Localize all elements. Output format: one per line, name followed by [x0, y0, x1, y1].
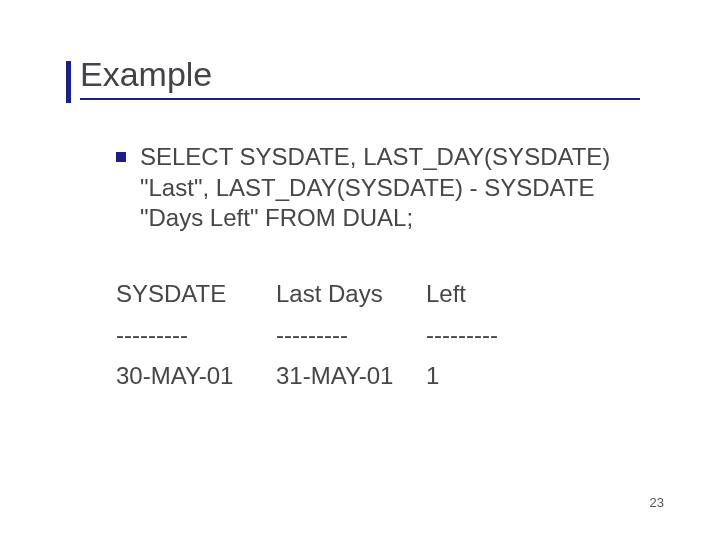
result-data-cell: 31-MAY-01 — [276, 356, 426, 397]
sql-statement: SELECT SYSDATE, LAST_DAY(SYSDATE) "Last"… — [140, 142, 610, 234]
result-header-cell: Last Days — [276, 274, 426, 315]
slide: Example SELECT SYSDATE, LAST_DAY(SYSDATE… — [0, 0, 720, 397]
sql-line: "Days Left" FROM DUAL; — [140, 203, 610, 234]
slide-title: Example — [80, 55, 640, 100]
result-separator-cell: --------- — [276, 315, 426, 356]
result-header-row: SYSDATE Last Days Left — [116, 274, 640, 315]
page-number: 23 — [650, 495, 664, 510]
bullet-item: SELECT SYSDATE, LAST_DAY(SYSDATE) "Last"… — [116, 142, 640, 234]
result-separator-cell: --------- — [426, 315, 556, 356]
result-header-cell: SYSDATE — [116, 274, 276, 315]
square-bullet-icon — [116, 152, 126, 162]
title-accent-bar — [66, 61, 71, 103]
result-separator-cell: --------- — [116, 315, 276, 356]
result-data-row: 30-MAY-01 31-MAY-01 1 — [116, 356, 640, 397]
title-block: Example — [80, 55, 640, 100]
result-data-cell: 30-MAY-01 — [116, 356, 276, 397]
result-data-cell: 1 — [426, 356, 556, 397]
sql-line: SELECT SYSDATE, LAST_DAY(SYSDATE) — [140, 142, 610, 173]
slide-body: SELECT SYSDATE, LAST_DAY(SYSDATE) "Last"… — [80, 142, 640, 397]
result-header-cell: Left — [426, 274, 556, 315]
sql-line: "Last", LAST_DAY(SYSDATE) - SYSDATE — [140, 173, 610, 204]
query-result: SYSDATE Last Days Left --------- -------… — [116, 274, 640, 396]
result-separator-row: --------- --------- --------- — [116, 315, 640, 356]
